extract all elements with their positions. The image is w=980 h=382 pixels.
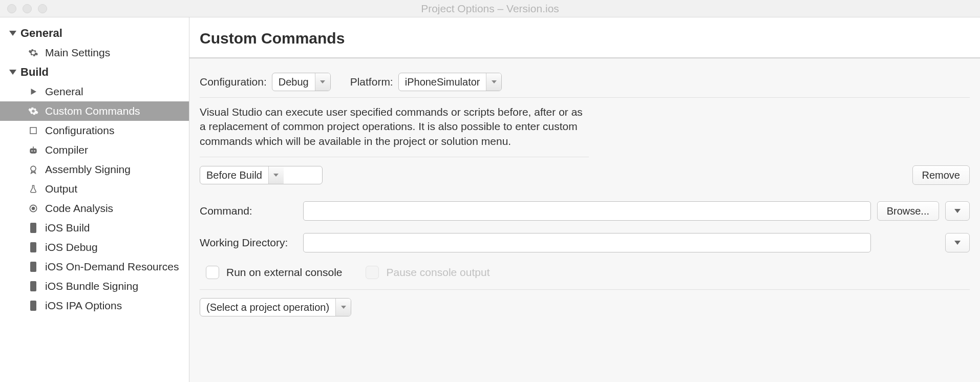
phone-icon — [28, 222, 39, 234]
step-select[interactable]: Before Build — [200, 166, 323, 184]
box-icon — [28, 126, 39, 135]
sidebar-item-assembly-signing[interactable]: Assembly Signing — [0, 160, 189, 179]
configuration-value: Debug — [272, 73, 315, 91]
working-directory-label: Working Directory: — [200, 237, 297, 249]
sidebar-item-output[interactable]: Output — [0, 179, 189, 199]
step-row: Before Build Remove — [200, 157, 970, 189]
command-input[interactable] — [303, 201, 871, 221]
flask-icon — [28, 184, 39, 194]
svg-rect-12 — [30, 301, 36, 311]
target-icon — [28, 203, 39, 214]
remove-button[interactable]: Remove — [912, 165, 970, 185]
project-operation-select[interactable]: (Select a project operation) — [200, 298, 351, 316]
browse-button[interactable]: Browse... — [877, 201, 939, 221]
sidebar-item-label: General — [45, 86, 83, 98]
main-layout: General Main Settings Build General Cust… — [0, 17, 980, 382]
sidebar: General Main Settings Build General Cust… — [0, 17, 189, 382]
sidebar-group-general[interactable]: General — [0, 24, 189, 43]
chevron-down-icon — [268, 166, 284, 184]
sidebar-item-ios-bundle-signing[interactable]: iOS Bundle Signing — [0, 277, 189, 296]
sidebar-item-main-settings[interactable]: Main Settings — [0, 43, 189, 62]
description-text: Visual Studio can execute user specified… — [200, 98, 589, 157]
command-label: Command: — [200, 205, 297, 217]
project-operation-row: (Select a project operation) — [200, 290, 970, 325]
sidebar-group-label: Build — [20, 66, 49, 79]
svg-rect-11 — [30, 281, 36, 291]
svg-rect-0 — [30, 128, 36, 134]
svg-rect-9 — [30, 242, 36, 252]
robot-icon — [28, 145, 39, 155]
content-body: Configuration: Debug Platform: iPhoneSim… — [189, 58, 980, 382]
phone-icon — [28, 261, 39, 272]
run-external-console-label: Run on external console — [226, 266, 342, 279]
phone-icon — [28, 242, 39, 253]
chevron-down-icon — [486, 73, 501, 91]
window-title: Project Options – Version.ios — [0, 3, 980, 15]
step-value: Before Build — [200, 166, 268, 184]
sidebar-item-code-analysis[interactable]: Code Analysis — [0, 199, 189, 218]
chevron-down-icon — [315, 73, 330, 91]
sidebar-item-label: Output — [45, 183, 77, 195]
working-directory-dropdown-button[interactable] — [945, 233, 970, 252]
sidebar-item-label: iOS On-Demand Resources — [45, 261, 179, 273]
disclosure-triangle-icon — [9, 70, 16, 75]
phone-icon — [28, 281, 39, 292]
pause-console-output-checkbox — [366, 266, 379, 279]
badge-icon — [28, 164, 39, 175]
console-options-row: Run on external console Pause console ou… — [200, 259, 970, 290]
gear-icon — [28, 106, 39, 116]
sidebar-item-label: iOS Build — [45, 222, 90, 234]
sidebar-item-ios-debug[interactable]: iOS Debug — [0, 238, 189, 257]
sidebar-item-label: iOS Debug — [45, 241, 98, 253]
svg-rect-10 — [30, 262, 36, 272]
project-operation-value: (Select a project operation) — [200, 299, 335, 316]
sidebar-item-custom-commands[interactable]: Custom Commands — [0, 101, 189, 121]
svg-point-3 — [34, 150, 35, 152]
sidebar-item-ios-on-demand-resources[interactable]: iOS On-Demand Resources — [0, 257, 189, 277]
sidebar-item-label: Assembly Signing — [45, 163, 131, 176]
sidebar-item-label: Code Analysis — [45, 202, 113, 215]
platform-value: iPhoneSimulator — [399, 73, 486, 91]
command-dropdown-button[interactable] — [945, 201, 970, 221]
svg-rect-8 — [30, 223, 36, 233]
svg-rect-1 — [30, 148, 36, 154]
svg-point-5 — [31, 166, 36, 171]
working-directory-input[interactable] — [303, 233, 871, 252]
play-icon — [28, 87, 39, 96]
content-header: Custom Commands — [189, 17, 980, 58]
sidebar-item-label: Configurations — [45, 124, 114, 137]
svg-point-7 — [32, 207, 35, 210]
titlebar: Project Options – Version.ios — [0, 0, 980, 17]
sidebar-item-general[interactable]: General — [0, 82, 189, 101]
configuration-label: Configuration: — [200, 76, 267, 88]
sidebar-item-label: Main Settings — [45, 47, 110, 59]
sidebar-item-label: iOS Bundle Signing — [45, 280, 138, 292]
sidebar-item-label: iOS IPA Options — [45, 300, 122, 312]
sidebar-item-ios-build[interactable]: iOS Build — [0, 218, 189, 238]
platform-label: Platform: — [350, 76, 393, 88]
page-title: Custom Commands — [200, 30, 970, 47]
sidebar-item-label: Custom Commands — [45, 105, 140, 117]
command-form: Command: Browse... Working Directory: — [200, 189, 970, 259]
config-platform-row: Configuration: Debug Platform: iPhoneSim… — [200, 67, 970, 98]
platform-select[interactable]: iPhoneSimulator — [398, 73, 502, 91]
pause-console-output-label: Pause console output — [386, 266, 489, 279]
sidebar-item-configurations[interactable]: Configurations — [0, 121, 189, 140]
sidebar-item-ios-ipa-options[interactable]: iOS IPA Options — [0, 296, 189, 315]
gear-icon — [28, 48, 39, 58]
sidebar-item-compiler[interactable]: Compiler — [0, 140, 189, 160]
configuration-select[interactable]: Debug — [272, 73, 331, 91]
sidebar-group-build[interactable]: Build — [0, 62, 189, 82]
content-pane: Custom Commands Configuration: Debug Pla… — [189, 17, 980, 382]
run-external-console-checkbox[interactable] — [206, 266, 219, 279]
disclosure-triangle-icon — [9, 31, 16, 36]
sidebar-group-label: General — [20, 27, 62, 40]
phone-icon — [28, 300, 39, 311]
svg-point-2 — [31, 150, 33, 152]
chevron-down-icon — [335, 299, 351, 316]
sidebar-item-label: Compiler — [45, 144, 88, 156]
